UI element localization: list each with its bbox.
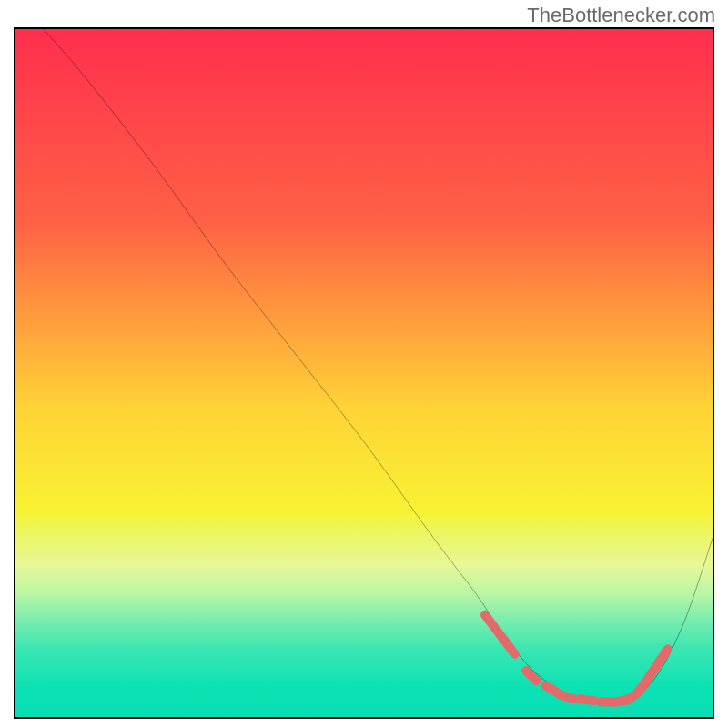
highlight-marker xyxy=(506,642,515,654)
chart-highlight-points xyxy=(15,29,713,717)
chart-plot-area xyxy=(14,27,714,719)
attribution-text: TheBottlenecker.com xyxy=(527,4,715,27)
highlight-marker xyxy=(485,615,494,627)
highlight-marker xyxy=(559,694,572,699)
highlight-marker xyxy=(660,649,668,661)
highlight-marker xyxy=(580,699,594,701)
highlight-marker xyxy=(496,629,505,641)
highlight-marker xyxy=(526,671,536,681)
